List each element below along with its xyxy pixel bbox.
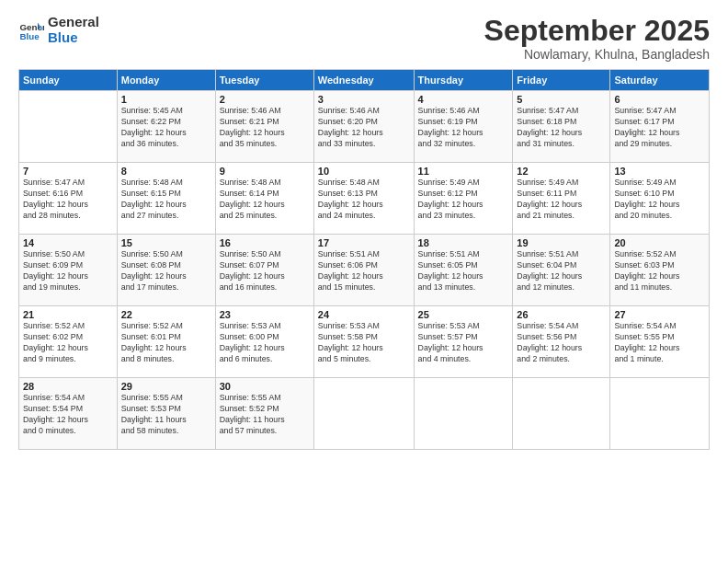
day-info: Sunrise: 5:52 AM Sunset: 6:03 PM Dayligh… xyxy=(614,249,705,293)
day-number: 17 xyxy=(318,237,410,248)
calendar-cell: 20Sunrise: 5:52 AM Sunset: 6:03 PM Dayli… xyxy=(610,235,710,306)
day-number: 25 xyxy=(418,309,509,320)
calendar-table: SundayMondayTuesdayWednesdayThursdayFrid… xyxy=(18,69,710,450)
day-info: Sunrise: 5:52 AM Sunset: 6:02 PM Dayligh… xyxy=(23,321,113,365)
day-number: 13 xyxy=(614,166,705,177)
day-number: 3 xyxy=(318,94,410,105)
day-number: 11 xyxy=(418,166,509,177)
day-number: 26 xyxy=(517,309,606,320)
day-info: Sunrise: 5:50 AM Sunset: 6:07 PM Dayligh… xyxy=(220,249,310,293)
day-info: Sunrise: 5:53 AM Sunset: 5:57 PM Dayligh… xyxy=(418,321,509,365)
day-info: Sunrise: 5:48 AM Sunset: 6:13 PM Dayligh… xyxy=(318,178,410,222)
day-number: 12 xyxy=(517,166,606,177)
day-number: 1 xyxy=(121,94,211,105)
calendar-cell: 29Sunrise: 5:55 AM Sunset: 5:53 PM Dayli… xyxy=(117,378,215,450)
day-info: Sunrise: 5:53 AM Sunset: 5:58 PM Dayligh… xyxy=(318,321,410,365)
logo-blue: Blue xyxy=(48,30,99,46)
calendar-cell xyxy=(313,378,414,450)
day-info: Sunrise: 5:47 AM Sunset: 6:16 PM Dayligh… xyxy=(23,178,113,222)
day-info: Sunrise: 5:55 AM Sunset: 5:53 PM Dayligh… xyxy=(121,393,211,437)
logo-general: General xyxy=(48,15,99,30)
day-number: 2 xyxy=(220,94,310,105)
calendar-cell: 25Sunrise: 5:53 AM Sunset: 5:57 PM Dayli… xyxy=(414,306,513,378)
calendar-cell xyxy=(19,91,118,163)
day-info: Sunrise: 5:50 AM Sunset: 6:08 PM Dayligh… xyxy=(121,249,211,293)
day-number: 30 xyxy=(220,381,310,392)
calendar-cell: 27Sunrise: 5:54 AM Sunset: 5:55 PM Dayli… xyxy=(610,306,710,378)
calendar-cell xyxy=(513,378,610,450)
day-info: Sunrise: 5:47 AM Sunset: 6:18 PM Dayligh… xyxy=(517,106,606,150)
week-row-4: 28Sunrise: 5:54 AM Sunset: 5:54 PM Dayli… xyxy=(19,378,710,450)
day-info: Sunrise: 5:46 AM Sunset: 6:20 PM Dayligh… xyxy=(318,106,410,150)
week-row-3: 21Sunrise: 5:52 AM Sunset: 6:02 PM Dayli… xyxy=(19,306,710,378)
header: General Blue General Blue September 2025… xyxy=(18,15,710,62)
day-info: Sunrise: 5:52 AM Sunset: 6:01 PM Dayligh… xyxy=(121,321,211,365)
day-number: 16 xyxy=(220,237,310,248)
svg-text:Blue: Blue xyxy=(19,30,40,40)
logo: General Blue General Blue xyxy=(18,15,99,45)
calendar-cell: 19Sunrise: 5:51 AM Sunset: 6:04 PM Dayli… xyxy=(513,235,610,306)
day-number: 10 xyxy=(318,166,410,177)
month-title: September 2025 xyxy=(484,15,710,47)
day-number: 14 xyxy=(23,237,113,248)
day-info: Sunrise: 5:50 AM Sunset: 6:09 PM Dayligh… xyxy=(23,249,113,293)
day-number: 18 xyxy=(418,237,509,248)
day-info: Sunrise: 5:49 AM Sunset: 6:11 PM Dayligh… xyxy=(517,178,606,222)
weekday-header-friday: Friday xyxy=(513,70,610,91)
weekday-header-row: SundayMondayTuesdayWednesdayThursdayFrid… xyxy=(19,70,710,91)
week-row-2: 14Sunrise: 5:50 AM Sunset: 6:09 PM Dayli… xyxy=(19,235,710,306)
calendar-cell xyxy=(610,378,710,450)
week-row-1: 7Sunrise: 5:47 AM Sunset: 6:16 PM Daylig… xyxy=(19,163,710,235)
calendar-cell: 11Sunrise: 5:49 AM Sunset: 6:12 PM Dayli… xyxy=(414,163,513,235)
day-number: 9 xyxy=(220,166,310,177)
calendar-cell: 30Sunrise: 5:55 AM Sunset: 5:52 PM Dayli… xyxy=(215,378,313,450)
calendar-cell: 14Sunrise: 5:50 AM Sunset: 6:09 PM Dayli… xyxy=(19,235,118,306)
calendar-cell: 9Sunrise: 5:48 AM Sunset: 6:14 PM Daylig… xyxy=(215,163,313,235)
calendar-cell: 12Sunrise: 5:49 AM Sunset: 6:11 PM Dayli… xyxy=(513,163,610,235)
day-number: 15 xyxy=(121,237,211,248)
day-info: Sunrise: 5:53 AM Sunset: 6:00 PM Dayligh… xyxy=(220,321,310,365)
calendar-cell: 5Sunrise: 5:47 AM Sunset: 6:18 PM Daylig… xyxy=(513,91,610,163)
day-info: Sunrise: 5:48 AM Sunset: 6:15 PM Dayligh… xyxy=(121,178,211,222)
weekday-header-monday: Monday xyxy=(117,70,215,91)
logo-icon: General Blue xyxy=(18,17,44,43)
day-number: 23 xyxy=(220,309,310,320)
calendar-cell: 2Sunrise: 5:46 AM Sunset: 6:21 PM Daylig… xyxy=(215,91,313,163)
day-info: Sunrise: 5:51 AM Sunset: 6:04 PM Dayligh… xyxy=(517,249,606,293)
calendar-cell: 3Sunrise: 5:46 AM Sunset: 6:20 PM Daylig… xyxy=(313,91,414,163)
day-info: Sunrise: 5:46 AM Sunset: 6:19 PM Dayligh… xyxy=(418,106,509,150)
calendar-cell: 28Sunrise: 5:54 AM Sunset: 5:54 PM Dayli… xyxy=(19,378,118,450)
calendar-cell: 16Sunrise: 5:50 AM Sunset: 6:07 PM Dayli… xyxy=(215,235,313,306)
calendar-cell: 10Sunrise: 5:48 AM Sunset: 6:13 PM Dayli… xyxy=(313,163,414,235)
day-info: Sunrise: 5:48 AM Sunset: 6:14 PM Dayligh… xyxy=(220,178,310,222)
calendar-cell: 1Sunrise: 5:45 AM Sunset: 6:22 PM Daylig… xyxy=(117,91,215,163)
day-info: Sunrise: 5:45 AM Sunset: 6:22 PM Dayligh… xyxy=(121,106,211,150)
title-block: September 2025 Nowlamary, Khulna, Bangla… xyxy=(484,15,710,62)
calendar-cell: 17Sunrise: 5:51 AM Sunset: 6:06 PM Dayli… xyxy=(313,235,414,306)
calendar-cell: 6Sunrise: 5:47 AM Sunset: 6:17 PM Daylig… xyxy=(610,91,710,163)
week-row-0: 1Sunrise: 5:45 AM Sunset: 6:22 PM Daylig… xyxy=(19,91,710,163)
day-info: Sunrise: 5:51 AM Sunset: 6:06 PM Dayligh… xyxy=(318,249,410,293)
day-info: Sunrise: 5:55 AM Sunset: 5:52 PM Dayligh… xyxy=(220,393,310,437)
calendar-cell: 18Sunrise: 5:51 AM Sunset: 6:05 PM Dayli… xyxy=(414,235,513,306)
day-info: Sunrise: 5:47 AM Sunset: 6:17 PM Dayligh… xyxy=(614,106,705,150)
day-info: Sunrise: 5:46 AM Sunset: 6:21 PM Dayligh… xyxy=(220,106,310,150)
calendar-cell: 4Sunrise: 5:46 AM Sunset: 6:19 PM Daylig… xyxy=(414,91,513,163)
weekday-header-sunday: Sunday xyxy=(19,70,118,91)
day-number: 22 xyxy=(121,309,211,320)
calendar-cell: 26Sunrise: 5:54 AM Sunset: 5:56 PM Dayli… xyxy=(513,306,610,378)
calendar-cell: 15Sunrise: 5:50 AM Sunset: 6:08 PM Dayli… xyxy=(117,235,215,306)
calendar-cell: 7Sunrise: 5:47 AM Sunset: 6:16 PM Daylig… xyxy=(19,163,118,235)
weekday-header-thursday: Thursday xyxy=(414,70,513,91)
day-number: 27 xyxy=(614,309,705,320)
day-number: 8 xyxy=(121,166,211,177)
day-info: Sunrise: 5:49 AM Sunset: 6:12 PM Dayligh… xyxy=(418,178,509,222)
day-number: 29 xyxy=(121,381,211,392)
calendar-cell: 23Sunrise: 5:53 AM Sunset: 6:00 PM Dayli… xyxy=(215,306,313,378)
day-number: 28 xyxy=(23,381,113,392)
day-number: 24 xyxy=(318,309,410,320)
weekday-header-saturday: Saturday xyxy=(610,70,710,91)
weekday-header-wednesday: Wednesday xyxy=(313,70,414,91)
calendar-cell: 21Sunrise: 5:52 AM Sunset: 6:02 PM Dayli… xyxy=(19,306,118,378)
day-number: 6 xyxy=(614,94,705,105)
